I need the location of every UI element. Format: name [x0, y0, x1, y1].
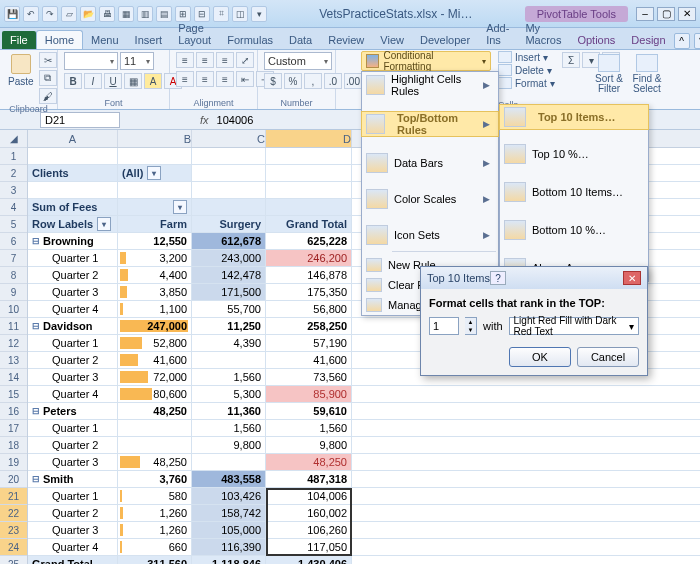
cell[interactable]: 1,560: [266, 420, 352, 436]
cell[interactable]: Row Labels▾: [28, 216, 118, 232]
save-icon[interactable]: 💾: [4, 6, 20, 22]
row-header[interactable]: 2: [0, 165, 27, 182]
col-header-d[interactable]: D: [266, 130, 352, 147]
cell[interactable]: 258,250: [266, 318, 352, 334]
row-header[interactable]: 25: [0, 556, 27, 564]
cell[interactable]: 9,800: [266, 437, 352, 453]
row-header[interactable]: 11: [0, 318, 27, 335]
cell[interactable]: 117,050: [266, 539, 352, 555]
cell[interactable]: Sum of Fees: [28, 199, 118, 215]
rank-count-input[interactable]: 1: [429, 317, 459, 335]
cell[interactable]: Quarter 3: [28, 522, 118, 538]
tab-addins[interactable]: Add-Ins: [478, 19, 517, 49]
inc-decimal-icon[interactable]: .0: [324, 73, 342, 89]
cell[interactable]: 41,600: [118, 352, 192, 368]
cell[interactable]: 580: [118, 488, 192, 504]
tab-design[interactable]: Design: [623, 31, 673, 49]
cell[interactable]: 246,200: [266, 250, 352, 266]
row-header[interactable]: 7: [0, 250, 27, 267]
currency-icon[interactable]: $: [264, 73, 282, 89]
dialog-titlebar[interactable]: Top 10 Items ? ✕: [421, 267, 647, 289]
cell[interactable]: ▾: [118, 199, 192, 215]
name-box[interactable]: D21: [40, 112, 120, 128]
tab-developer[interactable]: Developer: [412, 31, 478, 49]
cell[interactable]: 103,426: [192, 488, 266, 504]
cell[interactable]: 3,200: [118, 250, 192, 266]
submenu-bottom10-items[interactable]: Bottom 10 Items…: [500, 179, 648, 205]
bold-icon[interactable]: B: [64, 73, 82, 89]
cell[interactable]: 48,250: [118, 454, 192, 470]
col-header-b[interactable]: B: [118, 130, 192, 147]
border-icon[interactable]: ▦: [124, 73, 142, 89]
cell[interactable]: [28, 148, 118, 164]
row-header[interactable]: 18: [0, 437, 27, 454]
cell[interactable]: 56,800: [266, 301, 352, 317]
cell[interactable]: 12,550: [118, 233, 192, 249]
submenu-bottom10-pct[interactable]: Bottom 10 %…: [500, 217, 648, 243]
cell[interactable]: Quarter 1: [28, 420, 118, 436]
close-button[interactable]: ✕: [678, 7, 696, 21]
cell[interactable]: 85,900: [266, 386, 352, 402]
cell[interactable]: [266, 148, 352, 164]
cell[interactable]: Quarter 4: [28, 539, 118, 555]
cell[interactable]: 1,560: [192, 420, 266, 436]
cell[interactable]: Clients: [28, 165, 118, 181]
cell[interactable]: ⊟Davidson: [28, 318, 118, 334]
cell[interactable]: [192, 454, 266, 470]
row-header[interactable]: 21: [0, 488, 27, 505]
cell[interactable]: 52,800: [118, 335, 192, 351]
cell[interactable]: ⊟Browning: [28, 233, 118, 249]
cell[interactable]: 142,478: [192, 267, 266, 283]
cell[interactable]: 311,560: [118, 556, 192, 564]
align-right-icon[interactable]: ≡: [216, 71, 234, 87]
cell[interactable]: (All)▾: [118, 165, 192, 181]
cell[interactable]: Quarter 4: [28, 301, 118, 317]
menu-top-bottom[interactable]: Top/Bottom Rules▶: [361, 111, 499, 137]
cell[interactable]: 106,260: [266, 522, 352, 538]
tab-menu[interactable]: Menu: [83, 31, 127, 49]
tab-mymacros[interactable]: My Macros: [517, 19, 569, 49]
row-header[interactable]: 3: [0, 182, 27, 199]
col-header-a[interactable]: A: [28, 130, 118, 147]
row-header[interactable]: 12: [0, 335, 27, 352]
cell[interactable]: 1,100: [118, 301, 192, 317]
cell[interactable]: 11,250: [192, 318, 266, 334]
cell[interactable]: [118, 148, 192, 164]
cell[interactable]: [266, 199, 352, 215]
col-header-c[interactable]: C: [192, 130, 266, 147]
cell[interactable]: Quarter 2: [28, 505, 118, 521]
help-icon[interactable]: ?: [694, 33, 700, 49]
column-filter-dropdown[interactable]: ▾: [173, 200, 187, 214]
cell[interactable]: [266, 165, 352, 181]
row-header[interactable]: 22: [0, 505, 27, 522]
cell[interactable]: 41,600: [266, 352, 352, 368]
cell[interactable]: 104,006: [266, 488, 352, 504]
format-cells-button[interactable]: Format ▾: [498, 77, 555, 89]
paste-button[interactable]: Paste: [6, 52, 36, 89]
ok-button[interactable]: OK: [509, 347, 571, 367]
cell[interactable]: 5,300: [192, 386, 266, 402]
cell[interactable]: 487,318: [266, 471, 352, 487]
cell[interactable]: ⊟Peters: [28, 403, 118, 419]
row-header[interactable]: 13: [0, 352, 27, 369]
format-style-combo[interactable]: Light Red Fill with Dark Red Text▾: [509, 317, 639, 335]
cell[interactable]: 660: [118, 539, 192, 555]
qat-icon[interactable]: ▦: [118, 6, 134, 22]
tab-options[interactable]: Options: [569, 31, 623, 49]
align-middle-icon[interactable]: ≡: [196, 52, 214, 68]
tab-home[interactable]: Home: [36, 30, 83, 49]
italic-icon[interactable]: I: [84, 73, 102, 89]
cell[interactable]: 116,390: [192, 539, 266, 555]
font-combo[interactable]: ▾: [64, 52, 118, 70]
cell[interactable]: 247,000: [118, 318, 192, 334]
row-header[interactable]: 10: [0, 301, 27, 318]
format-painter-icon[interactable]: 🖌: [39, 88, 57, 104]
submenu-top10-pct[interactable]: Top 10 %…: [500, 141, 648, 167]
cell[interactable]: 80,600: [118, 386, 192, 402]
cell[interactable]: Surgery: [192, 216, 266, 232]
cell[interactable]: [118, 182, 192, 198]
open-icon[interactable]: 📂: [80, 6, 96, 22]
row-header[interactable]: 14: [0, 369, 27, 386]
cell[interactable]: 175,350: [266, 284, 352, 300]
cell[interactable]: 1,260: [118, 522, 192, 538]
